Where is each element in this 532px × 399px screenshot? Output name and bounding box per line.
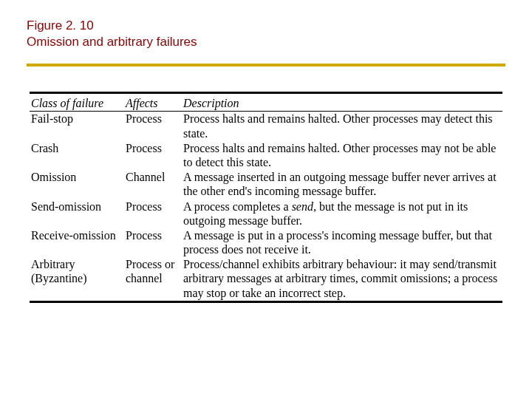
cell-class: Arbitrary (Byzantine) <box>30 257 124 301</box>
cell-class: Fail-stop <box>30 112 124 141</box>
desc-pre: A process completes a <box>183 200 292 213</box>
cell-class: Omission <box>30 170 124 199</box>
cell-class: Receive-omission <box>30 228 124 257</box>
cell-description: A process completes a send, but the mess… <box>182 200 502 228</box>
header-description: Description <box>182 96 502 112</box>
figure-number: Figure 2. 10 <box>27 18 505 34</box>
gold-divider <box>27 64 505 66</box>
cell-affects: Process <box>124 141 182 170</box>
failures-table: Class of failure Affects Description Fai… <box>30 92 502 303</box>
cell-affects: Process <box>124 228 182 257</box>
cell-affects: Process <box>124 200 182 228</box>
cell-affects: Process <box>124 112 182 141</box>
cell-description: A message inserted in an outgoing messag… <box>182 170 502 199</box>
figure-title: Omission and arbitrary failures <box>27 34 505 50</box>
cell-description: Process halts and remains halted. Other … <box>182 141 502 170</box>
figure-heading: Figure 2. 10 Omission and arbitrary fail… <box>27 18 505 50</box>
cell-description: A message is put in a process's incoming… <box>182 228 502 257</box>
header-affects: Affects <box>124 96 182 112</box>
cell-class: Send-omission <box>30 200 124 228</box>
cell-description: Process halts and remains halted. Other … <box>182 112 502 141</box>
cell-affects: Channel <box>124 170 182 199</box>
cell-class: Crash <box>30 141 124 170</box>
cell-description: Process/channel exhibits arbitrary behav… <box>182 257 502 301</box>
desc-italic: send, <box>292 200 316 213</box>
cell-affects: Process or channel <box>124 257 182 301</box>
header-class: Class of failure <box>30 96 124 112</box>
